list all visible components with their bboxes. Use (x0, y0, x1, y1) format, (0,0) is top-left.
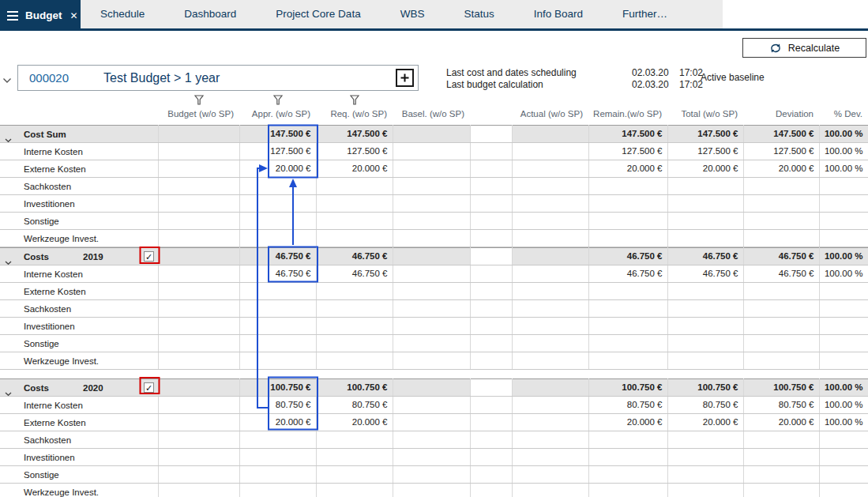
filter-funnel-icon[interactable] (194, 94, 204, 104)
value-cell[interactable] (667, 466, 743, 484)
value-cell[interactable] (239, 230, 316, 247)
value-cell[interactable] (512, 466, 588, 484)
value-cell[interactable] (393, 283, 470, 300)
value-cell[interactable] (512, 160, 588, 178)
tab-budget-active[interactable]: Budget ✕ (0, 0, 81, 31)
value-cell[interactable] (158, 335, 239, 352)
value-cell[interactable] (316, 195, 393, 213)
value-cell[interactable] (158, 160, 239, 178)
value-cell[interactable] (158, 213, 239, 230)
value-cell[interactable] (239, 195, 316, 213)
value-cell[interactable] (316, 300, 393, 318)
value-cell[interactable] (667, 283, 743, 300)
value-cell[interactable]: 100.750 € (316, 379, 393, 397)
value-cell[interactable] (743, 195, 819, 213)
value-cell[interactable] (316, 178, 393, 195)
value-cell[interactable] (819, 449, 868, 466)
value-cell[interactable] (239, 213, 316, 230)
table-row[interactable]: Sonstige (0, 335, 868, 352)
value-cell[interactable] (158, 414, 239, 431)
value-cell[interactable] (588, 300, 667, 318)
expand-chevron-icon[interactable] (5, 254, 12, 265)
value-cell[interactable] (819, 431, 868, 449)
value-cell[interactable]: 100.00 % (819, 248, 868, 265)
value-cell[interactable] (819, 466, 868, 484)
value-cell[interactable] (158, 431, 239, 449)
close-tab-icon[interactable]: ✕ (70, 10, 78, 21)
value-cell[interactable]: 20.000 € (239, 160, 316, 178)
value-cell[interactable]: 46.750 € (316, 248, 393, 265)
value-cell[interactable] (588, 230, 667, 247)
value-cell[interactable] (239, 352, 316, 370)
value-cell[interactable] (512, 283, 588, 300)
group-header-row[interactable]: Cost Sum147.500 €147.500 €147.500 €147.5… (0, 126, 868, 143)
value-cell[interactable] (239, 449, 316, 466)
value-cell[interactable]: 147.500 € (743, 126, 819, 143)
value-cell[interactable] (239, 431, 316, 449)
value-cell[interactable]: 127.500 € (588, 143, 667, 160)
table-row[interactable]: Investitionen (0, 195, 868, 213)
value-cell[interactable] (393, 414, 470, 431)
value-cell[interactable]: 80.750 € (743, 397, 819, 414)
tab-dashboard[interactable]: Dashboard (164, 0, 256, 28)
value-cell[interactable] (667, 230, 743, 247)
table-row[interactable]: Externe Kosten (0, 283, 868, 300)
table-row[interactable]: Sonstige (0, 213, 868, 230)
value-cell[interactable] (743, 431, 819, 449)
value-cell[interactable] (819, 318, 868, 335)
value-cell[interactable]: 20.000 € (667, 160, 743, 178)
value-cell[interactable]: 46.750 € (239, 248, 316, 265)
table-row[interactable]: Externe Kosten20.000 €20.000 €20.000 €20… (0, 414, 868, 431)
value-cell[interactable] (819, 300, 868, 318)
value-cell[interactable]: 100.750 € (239, 379, 316, 397)
group-header-row[interactable]: Costs2020✓100.750 €100.750 €100.750 €100… (0, 379, 868, 397)
value-cell[interactable]: 20.000 € (588, 414, 667, 431)
value-cell[interactable] (512, 484, 588, 497)
value-cell[interactable] (588, 431, 667, 449)
value-cell[interactable] (316, 283, 393, 300)
value-cell[interactable] (743, 213, 819, 230)
value-cell[interactable] (158, 143, 239, 160)
value-cell[interactable] (158, 318, 239, 335)
value-cell[interactable] (667, 318, 743, 335)
value-cell[interactable]: 80.750 € (316, 397, 393, 414)
value-cell[interactable] (667, 300, 743, 318)
value-cell[interactable] (158, 466, 239, 484)
value-cell[interactable] (393, 449, 470, 466)
value-cell[interactable] (158, 449, 239, 466)
value-cell[interactable] (316, 466, 393, 484)
value-cell[interactable] (743, 283, 819, 300)
value-cell[interactable] (743, 178, 819, 195)
value-cell[interactable] (158, 230, 239, 247)
value-cell[interactable] (393, 300, 470, 318)
value-cell[interactable] (393, 352, 470, 370)
value-cell[interactable]: 20.000 € (316, 414, 393, 431)
tab-project-core-data[interactable]: Project Core Data (256, 0, 380, 28)
value-cell[interactable] (393, 248, 470, 265)
value-cell[interactable]: 80.750 € (667, 397, 743, 414)
value-cell[interactable] (512, 318, 588, 335)
table-row[interactable]: Werkzeuge Invest. (0, 230, 868, 247)
group-checkbox[interactable]: ✓ (144, 251, 154, 262)
value-cell[interactable]: 46.750 € (588, 248, 667, 265)
value-cell[interactable]: 100.00 % (819, 414, 868, 431)
value-cell[interactable] (512, 230, 588, 247)
value-cell[interactable] (393, 379, 470, 397)
value-cell[interactable] (393, 466, 470, 484)
value-cell[interactable]: 147.500 € (316, 126, 393, 143)
value-cell[interactable]: 20.000 € (667, 414, 743, 431)
value-cell[interactable]: 46.750 € (743, 248, 819, 265)
value-cell[interactable] (158, 352, 239, 370)
value-cell[interactable]: 20.000 € (743, 160, 819, 178)
value-cell[interactable] (158, 248, 239, 265)
value-cell[interactable]: 20.000 € (239, 414, 316, 431)
group-checkbox[interactable]: ✓ (144, 382, 154, 393)
value-cell[interactable]: 127.500 € (316, 143, 393, 160)
value-cell[interactable] (393, 195, 470, 213)
tab-status[interactable]: Status (444, 0, 513, 28)
value-cell[interactable]: 100.00 % (819, 126, 868, 143)
value-cell[interactable] (158, 397, 239, 414)
value-cell[interactable] (512, 449, 588, 466)
table-row[interactable]: Sachkosten (0, 178, 868, 195)
value-cell[interactable] (239, 318, 316, 335)
